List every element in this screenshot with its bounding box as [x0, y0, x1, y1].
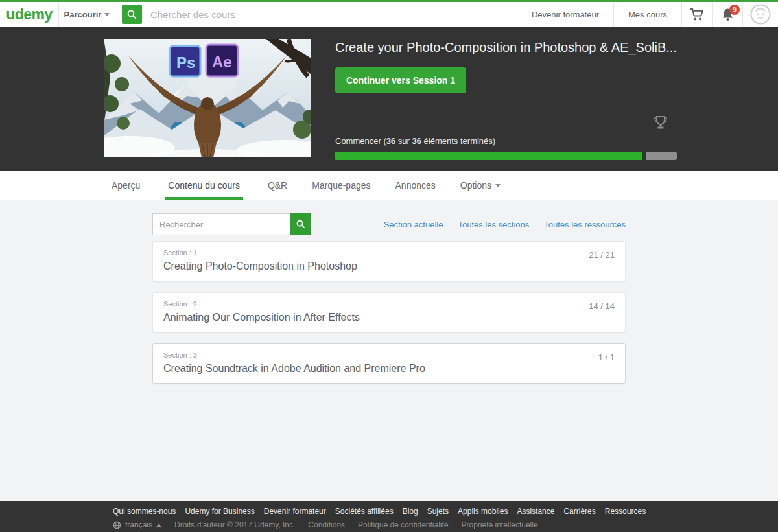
progress-text: éléments terminés) — [421, 136, 495, 146]
footer-link-blog[interactable]: Blog — [403, 507, 418, 516]
user-menu-button[interactable] — [743, 2, 778, 27]
progress-bar-track — [335, 152, 642, 160]
language-label: français — [125, 520, 152, 529]
filter-all-resources[interactable]: Toutes les ressources — [544, 220, 626, 229]
section-progress-count: 14 / 14 — [589, 301, 615, 311]
udemy-logo[interactable]: udemy — [0, 2, 58, 27]
section-number: Section : 3 — [163, 351, 615, 359]
search-input[interactable] — [150, 9, 517, 20]
continue-session-button[interactable]: Continuer vers Session 1 — [335, 67, 466, 93]
footer-links: Qui sommes-nous Udemy for Business Deven… — [113, 501, 674, 516]
footer-link-instructor[interactable]: Devenir formateur — [264, 507, 326, 516]
footer: Qui sommes-nous Udemy for Business Deven… — [0, 501, 778, 532]
filter-links: Section actuelle Toutes les sections Tou… — [384, 220, 626, 229]
footer-legal-row: français Droits d'auteur © 2017 Udemy, I… — [113, 520, 674, 529]
course-thumbnail-art: Ps Ae — [104, 39, 311, 157]
progress-text: Commencer ( — [335, 136, 386, 146]
section-number: Section : 2 — [163, 300, 615, 308]
svg-text:Ae: Ae — [212, 53, 232, 71]
tab-label: Marque-pages — [312, 180, 370, 191]
content-search-input[interactable] — [152, 213, 290, 235]
progress-bar — [335, 152, 677, 160]
udemy-course-page: udemy Parcourir Devenir formateur Mes co… — [0, 0, 778, 532]
section-card-1[interactable]: Section : 1 Creating Photo-Composition i… — [152, 241, 626, 281]
chevron-down-icon — [104, 13, 110, 16]
trophy-icon — [654, 115, 668, 132]
filter-all-sections[interactable]: Toutes les sections — [458, 220, 529, 229]
footer-link-support[interactable]: Assistance — [517, 507, 554, 516]
filter-current-section[interactable]: Section actuelle — [384, 220, 443, 229]
footer-link-careers[interactable]: Carrières — [563, 507, 595, 516]
chevron-up-icon — [156, 524, 161, 527]
section-card-3[interactable]: Section : 3 Creating Soundtrack in Adobe… — [152, 343, 626, 384]
footer-link-resources[interactable]: Ressources — [605, 507, 646, 516]
footer-link-ip[interactable]: Propriété intellectuelle — [462, 520, 538, 529]
after-effects-app-icon: Ae — [206, 45, 238, 76]
globe-icon — [113, 521, 121, 529]
progress-label: Commencer (36 sur 36 éléments terminés) — [335, 136, 677, 146]
progress-bar-fill — [335, 152, 642, 160]
course-progress: Commencer (36 sur 36 éléments terminés) — [335, 136, 677, 160]
content-search — [152, 213, 311, 235]
tab-qr[interactable]: Q&R — [268, 171, 287, 200]
language-selector[interactable]: français — [113, 520, 161, 529]
top-navigation: udemy Parcourir Devenir formateur Mes co… — [0, 0, 778, 27]
footer-link-privacy[interactable]: Politique de confidentialité — [358, 520, 448, 529]
section-title: Creating Soundtrack in Adobe Audition an… — [163, 363, 615, 375]
tab-label: Options — [460, 180, 491, 191]
progress-total-count: 36 — [412, 136, 421, 146]
cart-icon — [690, 8, 705, 21]
footer-link-about[interactable]: Qui sommes-nous — [113, 507, 176, 516]
notifications-button[interactable]: 9 — [713, 2, 742, 27]
section-number: Section : 1 — [163, 249, 615, 257]
content-search-button[interactable] — [290, 213, 311, 235]
browse-label: Parcourir — [64, 10, 102, 19]
course-hero-banner: Ps Ae Create your Photo-Composition in P… — [0, 27, 778, 171]
footer-link-business[interactable]: Udemy for Business — [185, 507, 254, 516]
section-progress-count: 21 / 21 — [589, 250, 615, 260]
section-progress-count: 1 / 1 — [598, 353, 615, 362]
tab-annonces[interactable]: Annonces — [395, 171, 436, 200]
progress-done-count: 36 — [386, 136, 395, 146]
search-icon — [296, 220, 305, 229]
my-courses-link[interactable]: Mes cours — [614, 2, 681, 27]
tab-marque-pages[interactable]: Marque-pages — [312, 171, 370, 200]
progress-text: sur — [395, 136, 412, 146]
footer-link-mobile-apps[interactable]: Applis mobiles — [458, 507, 508, 516]
course-thumbnail: Ps Ae — [104, 39, 311, 157]
section-card-2[interactable]: Section : 2 Animating Our Composition in… — [152, 292, 626, 332]
course-content-panel: Section actuelle Toutes les sections Tou… — [0, 200, 778, 501]
course-search-bar — [115, 2, 517, 27]
cart-button[interactable] — [682, 2, 712, 27]
course-title: Create your Photo-Composition in Photosh… — [335, 40, 677, 55]
notification-badge: 9 — [729, 5, 740, 15]
tab-label: Aperçu — [112, 180, 140, 191]
tab-label: Contenu du cours — [168, 180, 240, 191]
certificate-segment — [646, 152, 677, 160]
search-icon — [127, 10, 137, 19]
browse-dropdown[interactable]: Parcourir — [59, 2, 115, 27]
become-instructor-link[interactable]: Devenir formateur — [517, 2, 613, 27]
tab-label: Annonces — [395, 180, 436, 191]
footer-link-topics[interactable]: Sujets — [427, 507, 449, 516]
course-tabs: Aperçu Contenu du cours Q&R Marque-pages… — [0, 171, 778, 200]
section-list: Section : 1 Creating Photo-Composition i… — [152, 241, 626, 384]
tab-options[interactable]: Options — [460, 171, 501, 200]
tab-label: Q&R — [268, 180, 287, 191]
photoshop-app-icon: Ps — [170, 46, 200, 76]
footer-link-affiliates[interactable]: Sociétés affiliées — [335, 507, 394, 516]
chevron-down-icon — [495, 184, 501, 187]
content-filter-row: Section actuelle Toutes les sections Tou… — [152, 213, 626, 235]
copyright-text: Droits d'auteur © 2017 Udemy, Inc. — [174, 520, 295, 529]
tab-apercu[interactable]: Aperçu — [112, 171, 140, 200]
tab-contenu-du-cours[interactable]: Contenu du cours — [165, 171, 243, 200]
section-title: Animating Our Composition in After Effec… — [163, 312, 615, 323]
avatar — [750, 4, 771, 25]
footer-link-terms[interactable]: Conditions — [308, 520, 345, 529]
svg-text:Ps: Ps — [176, 54, 195, 71]
search-button[interactable] — [122, 5, 142, 24]
section-title: Creating Photo-Composition in Photoshop — [163, 260, 615, 272]
